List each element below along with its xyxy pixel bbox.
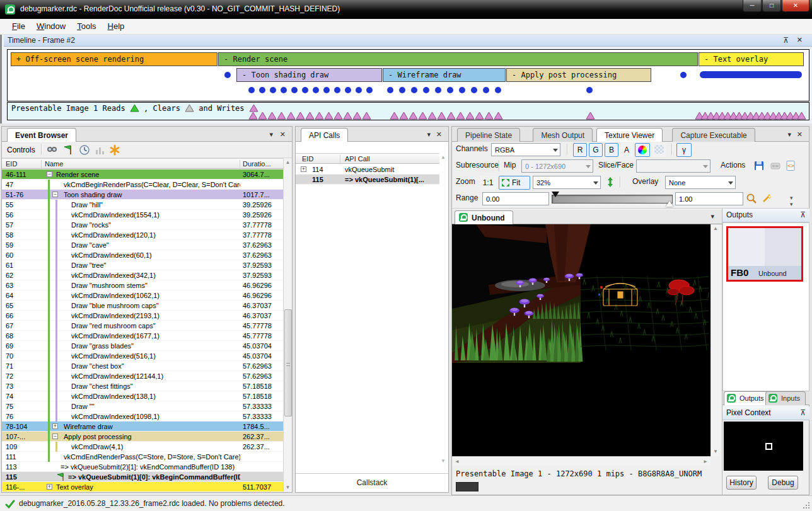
event-row[interactable]: 60vkCmdDrawIndexed(60,1)37.62963 — [2, 250, 283, 260]
zoom-level-select[interactable]: 32% — [533, 176, 601, 189]
zoom-1-1-button[interactable]: 1:1 — [480, 176, 496, 190]
event-row[interactable]: 63Draw "mushroom stems"46.96296 — [2, 280, 283, 290]
channels-select[interactable]: RGBA — [491, 143, 560, 156]
texture-viewport[interactable] — [452, 224, 710, 456]
event-row[interactable]: 111vkCmdEndRenderPass(C=Store, D=Store, … — [2, 452, 283, 462]
tab-api-calls[interactable]: API Calls — [301, 128, 348, 142]
write-marker-triangle[interactable] — [437, 112, 446, 120]
timeline-event-dot[interactable] — [586, 87, 593, 93]
event-row[interactable]: 65Draw "blue mushroom caps"46.37037 — [2, 301, 283, 311]
event-row[interactable]: 59Draw "cave"37.62963 — [2, 240, 283, 250]
wand-icon[interactable] — [761, 193, 772, 204]
write-marker-triangle[interactable] — [296, 112, 305, 120]
write-marker-triangle[interactable] — [484, 112, 494, 120]
event-row[interactable]: 115=> vkQueueSubmit(1)[0]: vkBeginComman… — [2, 472, 283, 482]
timeline-event-dot[interactable] — [270, 87, 276, 93]
timeline-bar[interactable]: - Render scene — [218, 52, 698, 66]
chevron-down-icon[interactable]: ▾ — [269, 130, 273, 139]
event-row[interactable]: 107-...−Apply post processing262.37... — [2, 432, 283, 442]
chevron-down-icon[interactable]: ▾ — [787, 130, 791, 139]
timeline-event-dot[interactable] — [345, 87, 351, 93]
texture-hscrollbar[interactable]: ◄ ► — [452, 456, 710, 466]
write-marker-triangle[interactable] — [390, 112, 399, 120]
range-max-input[interactable]: 1.00 — [675, 192, 743, 205]
timeline-event-dot[interactable] — [334, 87, 340, 93]
timeline-bar[interactable]: - Toon shading draw — [236, 68, 382, 82]
timeline-event-dot[interactable] — [495, 87, 501, 93]
close-button[interactable]: ✕ — [782, 0, 809, 12]
tab-texture-viewer[interactable]: Texture Viewer — [596, 128, 663, 142]
pin-icon[interactable]: ⊼ — [800, 408, 806, 417]
resize-grip[interactable] — [803, 502, 811, 510]
colorwheel-button[interactable] — [635, 143, 650, 157]
tab-event-browser[interactable]: Event Browser — [7, 128, 76, 142]
timeline-event-dot[interactable] — [435, 87, 441, 93]
fb0-thumbnail[interactable]: FB0 Unbound — [726, 226, 803, 282]
time-icon[interactable] — [79, 144, 90, 156]
collapse-toolbar-icon[interactable]: ▾▾ — [790, 195, 793, 207]
timeline-event-dot[interactable] — [411, 87, 417, 93]
pin-icon[interactable]: ⊼ — [800, 210, 806, 219]
tree-expander-icon[interactable]: + — [52, 423, 58, 429]
write-marker-triangle[interactable] — [418, 112, 427, 120]
timeline-event-dot[interactable] — [459, 87, 465, 93]
flip-vertical-icon[interactable] — [605, 176, 616, 188]
write-marker-triangle[interactable] — [248, 112, 258, 120]
chevron-down-icon[interactable]: ▾ — [710, 212, 714, 221]
texture-vscrollbar[interactable]: ▲ ▼ — [710, 224, 720, 456]
timeline-event-dot[interactable] — [356, 87, 362, 93]
write-marker-triangle[interactable] — [456, 112, 465, 120]
timeline-event-dot[interactable] — [224, 72, 231, 78]
write-marker-triangle[interactable] — [427, 112, 437, 120]
close-icon[interactable]: ✕ — [436, 130, 442, 139]
write-marker-triangle[interactable] — [258, 112, 267, 120]
write-marker-triangle[interactable] — [324, 112, 334, 120]
event-row[interactable]: 109vkCmdDraw(4,1)262.37... — [2, 442, 283, 452]
history-button[interactable]: History — [726, 476, 757, 490]
event-row[interactable]: 56vkCmdDrawIndexed(1554,1)39.25926 — [2, 210, 283, 220]
checkerboard-button[interactable] — [652, 143, 666, 157]
timeline-event-dot[interactable] — [313, 87, 319, 93]
tab-mesh-output[interactable]: Mesh Output — [533, 128, 593, 142]
write-marker-triangle[interactable] — [409, 112, 418, 120]
save-icon[interactable] — [753, 160, 765, 171]
tab-outputs[interactable]: Outputs — [724, 391, 770, 405]
event-row[interactable]: 55Draw "hill"39.25926 — [2, 200, 283, 210]
timeline-bar[interactable]: - Wireframe draw — [383, 68, 506, 82]
magnifier-icon[interactable] — [746, 193, 757, 204]
event-row[interactable]: 72vkCmdDrawIndexed(12144,1)57.62963 — [2, 371, 283, 381]
write-marker-triangle[interactable] — [267, 112, 277, 120]
event-row[interactable]: 113=> vkQueueSubmit(2)[1]: vkEndCommandB… — [2, 462, 283, 472]
event-row[interactable]: 116-...+Text overlay511.7037 — [2, 482, 283, 492]
timeline-event-dot[interactable] — [259, 87, 265, 93]
event-table[interactable]: 46-111−Render scene3064.7...47vkCmdBegin… — [2, 169, 283, 492]
tree-expander-icon[interactable]: + — [301, 166, 306, 172]
event-row[interactable]: 58vkCmdDrawIndexed(120,1)37.77778 — [2, 230, 283, 240]
tree-expander-icon[interactable]: − — [47, 171, 52, 177]
write-marker-triangle[interactable] — [475, 112, 484, 120]
asterisk-icon[interactable] — [109, 144, 120, 156]
event-row[interactable]: 61Draw "tree"37.92593 — [2, 260, 283, 270]
event-table-header[interactable]: EID Name Duratio... — [2, 158, 283, 169]
write-marker-triangle[interactable] — [797, 112, 806, 120]
menu-window[interactable]: Window — [31, 19, 71, 31]
red-channel-button[interactable]: R — [573, 143, 587, 157]
fit-button[interactable]: Fit — [499, 176, 530, 190]
event-row[interactable]: 75Draw ""57.33333 — [2, 401, 283, 411]
timeline-track[interactable]: + Off-screen scene rendering- Render sce… — [7, 49, 809, 101]
timeline-event-dot[interactable] — [366, 87, 373, 93]
event-row[interactable]: 70vkCmdDrawIndexed(516,1)45.03704 — [2, 351, 283, 361]
menu-help[interactable]: Help — [102, 19, 130, 31]
tree-expander-icon[interactable]: − — [52, 433, 58, 439]
timeline-bar[interactable]: + Off-screen scene rendering — [11, 52, 218, 66]
write-marker-triangle[interactable] — [334, 112, 343, 120]
bookmark-flag-icon[interactable] — [62, 144, 74, 156]
gamma-button[interactable]: γ — [676, 143, 692, 157]
tree-expander-icon[interactable]: − — [52, 192, 58, 197]
timeline-event-dot[interactable] — [471, 87, 477, 93]
timeline-event-dot[interactable] — [680, 72, 687, 78]
write-marker-triangle[interactable] — [586, 112, 595, 120]
write-marker-triangle[interactable] — [343, 112, 352, 120]
timeline-bar[interactable]: - Apply post processing — [506, 68, 651, 82]
event-row[interactable]: 46-111−Render scene3064.7... — [2, 169, 283, 180]
